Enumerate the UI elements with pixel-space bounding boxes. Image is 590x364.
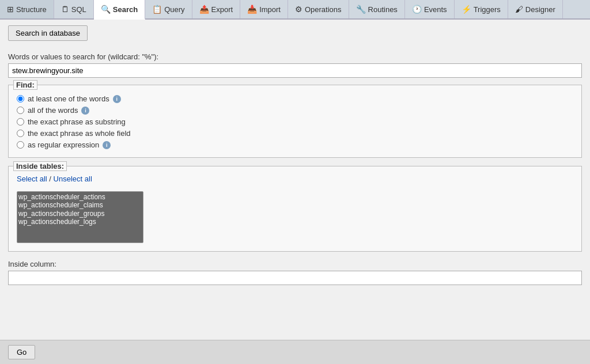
inside-tables-legend: Inside tables: (13, 161, 67, 171)
tab-structure[interactable]: ⊞ Structure (0, 0, 54, 18)
sql-icon: 🗒 (61, 5, 69, 14)
query-icon: 📋 (152, 5, 162, 14)
inside-column-section: Inside column: (8, 260, 582, 285)
info-icon-allof[interactable]: i (81, 107, 89, 115)
tab-designer-label: Designer (525, 5, 555, 14)
option-atleast-label: at least one of the words (28, 94, 109, 103)
radio-exact-whole[interactable] (17, 130, 24, 137)
go-button[interactable]: Go (8, 345, 35, 354)
inside-column-input[interactable] (8, 271, 582, 285)
option-regex[interactable]: as regular expression i (17, 141, 573, 149)
radio-allof[interactable] (17, 107, 24, 114)
tab-routines[interactable]: 🔧 Routines (349, 0, 405, 18)
triggers-icon: ⚡ (462, 5, 471, 14)
tab-triggers-label: Triggers (474, 5, 501, 14)
option-exact-sub[interactable]: the exact phrase as substring (17, 117, 573, 126)
option-allof[interactable]: all of the words i (17, 106, 573, 115)
radio-exact-sub[interactable] (17, 118, 24, 126)
unselect-all-link[interactable]: Unselect all (54, 175, 92, 183)
tab-triggers[interactable]: ⚡ Triggers (455, 0, 508, 18)
inside-tables-box: Inside tables: Select all / Unselect all… (8, 166, 582, 252)
events-icon: 🕐 (412, 5, 422, 14)
tab-operations-label: Operations (305, 5, 342, 14)
tab-routines-label: Routines (368, 5, 398, 14)
designer-icon: 🖌 (515, 5, 523, 14)
bottom-bar: Go (0, 340, 590, 354)
search-input[interactable] (8, 63, 582, 78)
search-tab-icon: 🔍 (101, 5, 111, 14)
routines-icon: 🔧 (356, 5, 366, 14)
tab-events[interactable]: 🕐 Events (405, 0, 455, 18)
option-exact-whole-label: the exact phrase as whole field (28, 129, 131, 138)
tab-designer[interactable]: 🖌 Designer (508, 0, 563, 18)
tab-events-label: Events (424, 5, 447, 14)
tab-query-label: Query (164, 5, 184, 14)
option-atleast[interactable]: at least one of the words i (17, 94, 573, 103)
info-icon-atleast[interactable]: i (113, 95, 121, 103)
info-icon-regex[interactable]: i (103, 141, 111, 149)
tab-sql[interactable]: 🗒 SQL (54, 0, 94, 18)
words-label: Words or values to search for (wildcard:… (8, 52, 582, 61)
tab-bar: ⊞ Structure 🗒 SQL 🔍 Search 📋 Query 📤 Exp… (0, 0, 590, 20)
option-regex-label: as regular expression (28, 141, 99, 149)
inside-column-label: Inside column: (8, 260, 582, 268)
import-icon: 📥 (247, 5, 257, 14)
tab-structure-label: Structure (16, 5, 47, 14)
tab-sql-label: SQL (71, 5, 86, 14)
tab-import[interactable]: 📥 Import (240, 0, 288, 18)
tab-query[interactable]: 📋 Query (145, 0, 192, 18)
table-item-actions[interactable]: wp_actionscheduler_actions (18, 193, 142, 201)
tab-operations[interactable]: ⚙ Operations (288, 0, 349, 18)
tab-import-label: Import (259, 5, 281, 14)
find-box: Find: at least one of the words i all of… (8, 85, 582, 158)
radio-atleast[interactable] (17, 95, 24, 103)
select-separator: / (47, 175, 54, 183)
find-options: at least one of the words i all of the w… (17, 94, 573, 149)
radio-regex[interactable] (17, 141, 24, 149)
tab-search[interactable]: 🔍 Search (94, 0, 145, 20)
tab-export[interactable]: 📤 Export (192, 0, 241, 18)
find-legend: Find: (13, 80, 37, 90)
structure-icon: ⊞ (7, 5, 14, 14)
export-icon: 📤 (199, 5, 209, 14)
select-all-link[interactable]: Select all (17, 175, 47, 183)
table-item-logs[interactable]: wp_actionscheduler_logs (18, 218, 142, 226)
option-allof-label: all of the words (28, 106, 78, 115)
tab-search-label: Search (113, 5, 138, 14)
tables-listbox[interactable]: wp_actionscheduler_actions wp_actionsche… (17, 191, 143, 243)
main-content: Search in database Words or values to se… (0, 20, 590, 354)
option-exact-whole[interactable]: the exact phrase as whole field (17, 129, 573, 138)
table-item-groups[interactable]: wp_actionscheduler_groups (18, 210, 142, 218)
search-in-database-button[interactable]: Search in database (8, 25, 88, 41)
tab-export-label: Export (211, 5, 233, 14)
option-exact-sub-label: the exact phrase as substring (28, 117, 126, 126)
table-item-claims[interactable]: wp_actionscheduler_claims (18, 201, 142, 209)
operations-icon: ⚙ (295, 5, 302, 14)
